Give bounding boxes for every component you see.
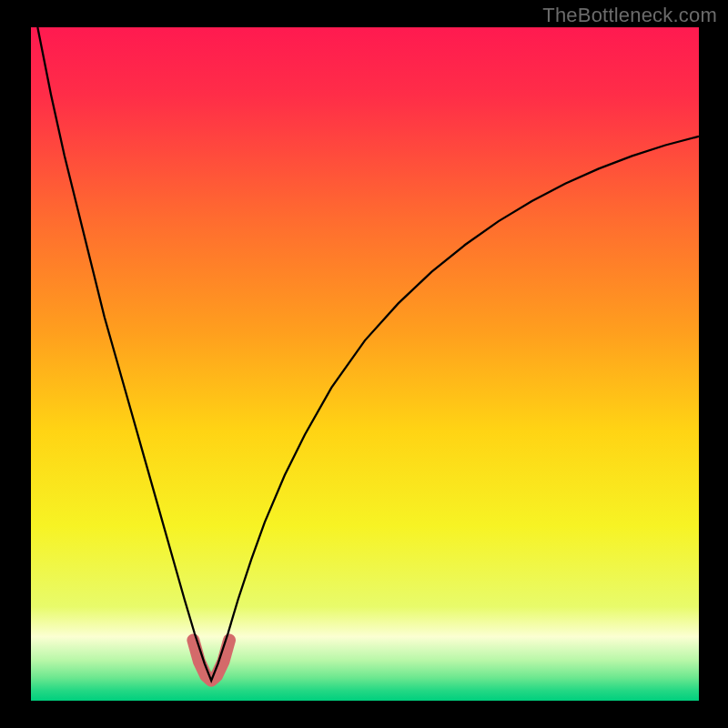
watermark-text: TheBottleneck.com — [542, 4, 717, 27]
gradient-background — [31, 27, 699, 701]
chart-svg — [31, 27, 699, 701]
outer-frame: TheBottleneck.com — [0, 0, 728, 728]
plot-area — [31, 27, 699, 701]
